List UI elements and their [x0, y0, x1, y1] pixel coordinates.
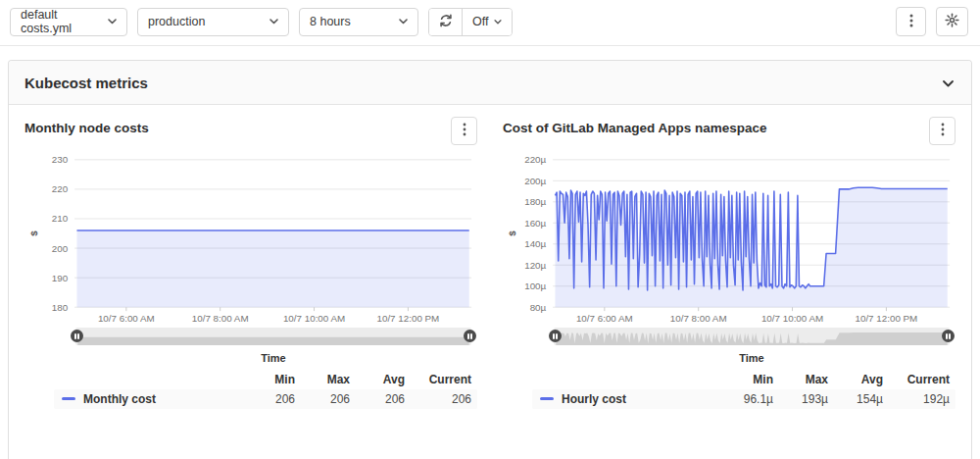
- svg-text:140µ: 140µ: [524, 238, 546, 249]
- svg-text:200µ: 200µ: [524, 176, 546, 186]
- chevron-down-icon: [494, 20, 502, 25]
- series-min: 206: [240, 392, 295, 406]
- chevron-down-icon: [108, 19, 117, 25]
- series-avg: 154µ: [828, 392, 883, 406]
- kebab-icon: [909, 14, 913, 30]
- svg-text:190: 190: [52, 273, 69, 283]
- x-axis-label: Time: [75, 352, 471, 364]
- svg-text:220µ: 220µ: [524, 154, 546, 165]
- auto-refresh-interval-value: Off: [472, 15, 488, 28]
- svg-text:10/7 8:00 AM: 10/7 8:00 AM: [670, 313, 727, 322]
- dashboard-toolbar: default costs.yml production 8 hours: [0, 0, 980, 46]
- refresh-button[interactable]: [429, 9, 462, 35]
- series-name: Monthly cost: [83, 392, 156, 406]
- legend-series-row: Monthly cost 206 206 206 206: [54, 389, 477, 409]
- panel-managed-apps-cost: Cost of GitLab Managed Apps namespace 80…: [503, 115, 956, 409]
- chart-actions-menu-button[interactable]: [929, 117, 956, 145]
- dashboard-select[interactable]: default costs.yml: [10, 8, 127, 36]
- series-max: 193µ: [773, 392, 828, 406]
- svg-text:10/7 6:00 AM: 10/7 6:00 AM: [576, 313, 633, 322]
- auto-refresh-interval-select[interactable]: Off: [462, 9, 512, 35]
- svg-text:10/7 10:00 AM: 10/7 10:00 AM: [761, 313, 823, 322]
- time-range-select[interactable]: 8 hours: [299, 8, 418, 36]
- panel-head: Cost of GitLab Managed Apps namespace: [503, 117, 956, 148]
- svg-text:10/7 12:00 PM: 10/7 12:00 PM: [855, 313, 917, 322]
- chevron-down-icon: [399, 19, 408, 25]
- environment-select[interactable]: production: [137, 8, 289, 36]
- charts-row: Monthly node costs 18019020021022023010/…: [9, 105, 971, 409]
- svg-text:210: 210: [52, 213, 69, 224]
- chart-title: Monthly node costs: [24, 117, 149, 135]
- environment-select-value: production: [148, 15, 205, 28]
- svg-text:220: 220: [52, 183, 69, 194]
- legend-header-min: Min: [240, 373, 295, 386]
- section-title: Kubecost metrics: [24, 75, 148, 91]
- svg-text:120µ: 120µ: [524, 260, 546, 271]
- svg-text:80µ: 80µ: [530, 302, 547, 313]
- chart-title: Cost of GitLab Managed Apps namespace: [503, 117, 767, 135]
- scrubber-right-handle[interactable]: [464, 330, 476, 342]
- series-current: 192µ: [883, 392, 950, 406]
- time-range-select-value: 8 hours: [310, 15, 351, 28]
- legend-header-row: Min Max Avg Current: [532, 370, 956, 389]
- svg-text:230: 230: [52, 154, 69, 165]
- chevron-down-icon: [270, 19, 278, 25]
- time-range-scrubber[interactable]: [554, 328, 950, 345]
- svg-text:200: 200: [52, 243, 69, 254]
- chart-canvas-managed-apps-cost: 80µ100µ120µ140µ160µ180µ200µ220µ10/7 6:00…: [503, 150, 956, 322]
- chart-legend: Min Max Avg Current Monthly cost 206 206…: [54, 370, 477, 409]
- svg-text:100µ: 100µ: [524, 280, 546, 291]
- kubecost-metrics-card: Kubecost metrics Monthly node costs 1801…: [8, 60, 972, 459]
- svg-text:10/7 8:00 AM: 10/7 8:00 AM: [192, 313, 249, 322]
- legend-header-row: Min Max Avg Current: [54, 370, 477, 389]
- kebab-icon: [463, 123, 466, 139]
- collapse-chevron-down-icon[interactable]: [943, 74, 954, 91]
- series-color-chip: [540, 397, 554, 400]
- svg-text:10/7 10:00 AM: 10/7 10:00 AM: [283, 313, 345, 322]
- refresh-button-group: Off: [428, 8, 513, 36]
- legend-header-max: Max: [295, 373, 350, 386]
- series-min: 96.1µ: [718, 392, 773, 406]
- chart-actions-menu-button[interactable]: [451, 117, 477, 145]
- legend-header-max: Max: [773, 373, 828, 386]
- series-color-chip: [62, 397, 75, 400]
- panel-monthly-node-costs: Monthly node costs 18019020021022023010/…: [24, 115, 477, 409]
- svg-text:10/7 12:00 PM: 10/7 12:00 PM: [376, 313, 439, 322]
- scrubber-preview: [554, 328, 950, 345]
- legend-series-row: Hourly cost 96.1µ 193µ 154µ 192µ: [532, 389, 956, 409]
- svg-text:160µ: 160µ: [524, 218, 546, 229]
- svg-text:10/7 6:00 AM: 10/7 6:00 AM: [98, 313, 155, 322]
- legend-header-min: Min: [718, 373, 773, 386]
- kubecost-metrics-header[interactable]: Kubecost metrics: [9, 61, 971, 105]
- gear-icon: [945, 13, 959, 30]
- series-avg: 206: [350, 392, 405, 406]
- chart-canvas-monthly-node-costs: 18019020021022023010/7 6:00 AM10/7 8:00 …: [24, 150, 477, 322]
- svg-text:$: $: [28, 230, 39, 236]
- metrics-settings-button[interactable]: [936, 7, 968, 36]
- dashboard-actions-menu-button[interactable]: [896, 7, 926, 36]
- scrubber-right-handle[interactable]: [942, 330, 955, 342]
- svg-text:180µ: 180µ: [524, 196, 546, 207]
- series-current: 206: [405, 392, 471, 406]
- series-max: 206: [295, 392, 350, 406]
- svg-text:180: 180: [52, 302, 69, 313]
- svg-text:$: $: [507, 230, 517, 236]
- time-range-scrubber[interactable]: [75, 328, 471, 345]
- legend-header-current: Current: [405, 373, 471, 386]
- series-name: Hourly cost: [562, 392, 626, 406]
- dashboard-select-value: default costs.yml: [21, 8, 100, 35]
- refresh-icon: [439, 14, 453, 30]
- scrubber-preview: [75, 328, 471, 345]
- x-axis-label: Time: [554, 352, 950, 364]
- panel-head: Monthly node costs: [24, 117, 477, 148]
- legend-header-avg: Avg: [828, 373, 883, 386]
- legend-header-current: Current: [883, 373, 950, 386]
- legend-header-avg: Avg: [350, 373, 405, 386]
- chart-legend: Min Max Avg Current Hourly cost 96.1µ 19…: [532, 370, 956, 409]
- kebab-icon: [941, 123, 945, 139]
